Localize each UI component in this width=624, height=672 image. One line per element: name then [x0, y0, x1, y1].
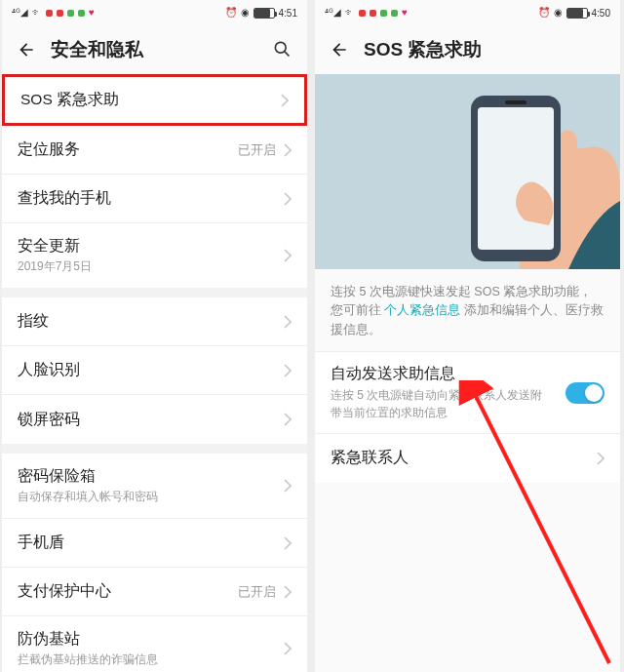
row-label: 指纹 — [18, 311, 284, 332]
notif-dot — [359, 10, 366, 17]
row-label: 安全更新 — [18, 236, 284, 257]
toggle-label: 自动发送求助信息 — [331, 364, 554, 384]
notif-dot — [78, 10, 85, 17]
alarm-icon: ⏰ — [538, 8, 550, 18]
chevron-right-icon — [284, 642, 292, 655]
chevron-right-icon — [284, 249, 292, 262]
phone-left-security-privacy: ⁴ᴳ◢ ᯤ ♥ ⏰ ◉ 4:51 安全和隐私 — [2, 0, 307, 672]
row-label: SOS 紧急求助 — [20, 90, 281, 110]
page-title: SOS 紧急求助 — [364, 37, 606, 62]
more-icon: ♥ — [89, 8, 95, 18]
svg-point-0 — [275, 42, 286, 53]
nfc-icon: ◉ — [241, 8, 250, 18]
search-button[interactable] — [272, 39, 293, 60]
settings-row[interactable]: 防伪基站拦截伪基站推送的诈骗信息 — [2, 616, 307, 672]
phone-right-sos: ⁴ᴳ◢ ᯤ ♥ ⏰ ◉ 4:50 SOS 紧急求助 — [315, 0, 620, 672]
chevron-right-icon — [284, 536, 292, 550]
sos-hero-illustration — [315, 74, 620, 269]
svg-rect-5 — [505, 100, 526, 104]
more-icon: ♥ — [402, 8, 408, 18]
row-label: 密码保险箱 — [18, 466, 284, 487]
chevron-right-icon — [284, 143, 292, 157]
notif-dot — [380, 10, 387, 17]
page-title: 安全和隐私 — [51, 37, 272, 62]
row-label: 定位服务 — [18, 139, 238, 160]
back-button[interactable] — [16, 39, 37, 60]
row-value: 已开启 — [238, 583, 276, 601]
row-sub: 拦截伪基站推送的诈骗信息 — [18, 652, 284, 668]
row-label: 锁屏密码 — [18, 410, 284, 430]
row-sub: 自动保存和填入帐号和密码 — [18, 489, 284, 505]
notif-dot — [391, 10, 398, 17]
row-value: 已开启 — [238, 141, 276, 159]
status-time: 4:50 — [592, 8, 610, 19]
notif-dot — [67, 10, 74, 17]
toggle-sub: 连按 5 次电源键自动向紧急联系人发送附带当前位置的求助信息 — [331, 387, 554, 421]
settings-row[interactable]: 定位服务已开启 — [2, 126, 307, 175]
settings-row[interactable]: 人脸识别 — [2, 346, 307, 395]
row-label: 人脸识别 — [18, 360, 284, 380]
notif-dot — [370, 10, 376, 17]
chevron-right-icon — [284, 413, 292, 426]
settings-row[interactable]: 安全更新2019年7月5日 — [2, 223, 307, 288]
section-gap — [2, 288, 307, 297]
status-bar: ⁴ᴳ◢ ᯤ ♥ ⏰ ◉ 4:50 — [315, 0, 620, 25]
row-sub: 2019年7月5日 — [18, 258, 284, 275]
settings-row[interactable]: 手机盾 — [2, 519, 307, 568]
back-button[interactable] — [329, 39, 350, 60]
chevron-right-icon — [284, 364, 292, 377]
sos-description: 连按 5 次电源键快速发起 SOS 紧急求助功能，您可前往 个人紧急信息 添加和… — [315, 269, 620, 351]
row-label: 防伪基站 — [18, 629, 284, 650]
settings-row[interactable]: 指纹 — [2, 297, 307, 346]
header: SOS 紧急求助 — [315, 25, 620, 74]
nfc-icon: ◉ — [554, 8, 563, 18]
chevron-right-icon — [284, 479, 292, 493]
signal-icon: ⁴ᴳ◢ — [12, 8, 28, 18]
chevron-right-icon — [281, 94, 289, 107]
auto-send-sos-toggle[interactable] — [566, 382, 604, 404]
personal-emergency-info-link[interactable]: 个人紧急信息 — [384, 303, 460, 317]
chevron-right-icon — [284, 315, 292, 329]
row-label: 查找我的手机 — [18, 188, 284, 209]
status-time: 4:51 — [279, 8, 297, 19]
row-label: 手机盾 — [18, 533, 284, 553]
svg-line-1 — [285, 52, 290, 57]
signal-icon: ⁴ᴳ◢ — [325, 8, 341, 18]
section-gap — [2, 444, 307, 454]
wifi-icon: ᯤ — [345, 8, 355, 18]
row-label: 紧急联系人 — [331, 448, 597, 468]
auto-send-sos-row[interactable]: 自动发送求助信息 连按 5 次电源键自动向紧急联系人发送附带当前位置的求助信息 — [315, 351, 620, 434]
wifi-icon: ᯤ — [32, 8, 42, 18]
status-bar: ⁴ᴳ◢ ᯤ ♥ ⏰ ◉ 4:51 — [2, 0, 307, 25]
battery-icon — [254, 8, 275, 19]
alarm-icon: ⏰ — [225, 8, 237, 18]
emergency-contacts-row[interactable]: 紧急联系人 — [315, 434, 620, 483]
chevron-right-icon — [597, 452, 604, 465]
notif-dot — [57, 10, 63, 17]
settings-row[interactable]: 密码保险箱自动保存和填入帐号和密码 — [2, 454, 307, 519]
chevron-right-icon — [284, 192, 292, 206]
battery-icon — [566, 8, 588, 19]
settings-row[interactable]: 支付保护中心已开启 — [2, 568, 307, 616]
settings-list: SOS 紧急求助定位服务已开启查找我的手机安全更新2019年7月5日指纹人脸识别… — [2, 74, 307, 672]
svg-rect-4 — [478, 107, 554, 250]
chevron-right-icon — [284, 585, 292, 599]
settings-row[interactable]: SOS 紧急求助 — [2, 74, 307, 126]
settings-row[interactable]: 查找我的手机 — [2, 175, 307, 223]
notif-dot — [46, 10, 53, 17]
settings-row[interactable]: 锁屏密码 — [2, 395, 307, 444]
header: 安全和隐私 — [2, 25, 307, 74]
row-label: 支付保护中心 — [18, 581, 238, 602]
